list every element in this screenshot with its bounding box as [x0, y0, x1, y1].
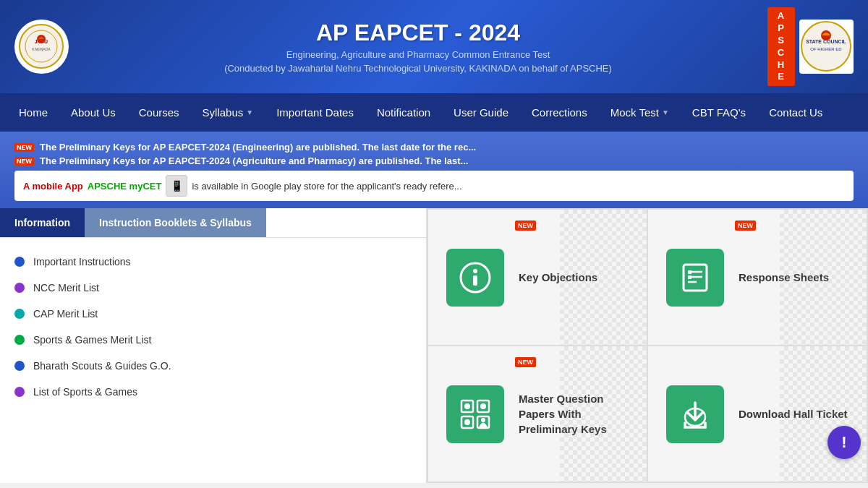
- mobile-app-link[interactable]: APSCHE myCET: [88, 181, 162, 192]
- header-title-block: AP EAPCET - 2024 Engineering, Agricultur…: [69, 20, 767, 74]
- svg-point-25: [481, 418, 485, 422]
- app-icon: 📱: [166, 175, 187, 197]
- bullet-4: [14, 335, 25, 345]
- card-master-question-papers[interactable]: NEW Master Question Papers With Prelimin…: [428, 346, 647, 481]
- list-item-bharath-scouts[interactable]: Bharath Scouts & Guides G.O.: [14, 353, 412, 379]
- svg-point-10: [473, 269, 477, 273]
- left-logos: JNTU KAKINADA: [14, 20, 69, 74]
- mobile-app-suffix: is available in Google play store for th…: [192, 181, 461, 192]
- nav-syllabus[interactable]: Syllabus ▼: [191, 93, 265, 132]
- key-objections-new-badge: NEW: [515, 221, 536, 231]
- master-question-new-badge: NEW: [515, 357, 536, 367]
- bullet-5: [14, 361, 25, 371]
- tab-instruction-booklets[interactable]: Instruction Booklets & Syllabus: [85, 208, 266, 237]
- svg-point-22: [464, 403, 470, 409]
- response-sheets-icon-box: [666, 249, 724, 307]
- right-panel: NEW Key Objections NEW Response Sheets: [427, 208, 868, 483]
- site-header: JNTU KAKINADA AP EAPCET - 2024 Engineeri…: [0, 0, 868, 93]
- bullet-2: [14, 283, 25, 293]
- new-badge-2: NEW: [14, 157, 34, 166]
- list-item-list-of-sports[interactable]: List of Sports & Games: [14, 379, 412, 405]
- mock-test-dropdown-arrow: ▼: [662, 108, 669, 116]
- card-response-sheets[interactable]: NEW Response Sheets: [648, 210, 867, 345]
- nav-important-dates[interactable]: Important Dates: [265, 93, 365, 132]
- help-icon: !: [841, 433, 846, 452]
- key-objections-icon-box: [446, 249, 504, 307]
- tab-information[interactable]: Information: [0, 208, 85, 237]
- university-logo: JNTU KAKINADA: [14, 20, 69, 74]
- list-item-cap-merit[interactable]: CAP Merit List: [14, 301, 412, 327]
- list-item-sports-merit[interactable]: Sports & Games Merit List: [14, 327, 412, 353]
- mobile-app-row: A mobile App APSCHE myCET 📱 is available…: [14, 171, 854, 201]
- nav-cbt-faqs[interactable]: CBT FAQ's: [681, 93, 757, 132]
- main-content: Information Instruction Booklets & Sylla…: [0, 208, 868, 483]
- information-list: Important Instructions NCC Merit List CA…: [0, 238, 426, 416]
- nav-user-guide[interactable]: User Guide: [442, 93, 520, 132]
- info-icon: [458, 260, 493, 295]
- nav-notification[interactable]: Notification: [365, 93, 442, 132]
- card-download-hall-ticket[interactable]: Download Hall Ticket: [648, 346, 867, 481]
- response-sheets-new-badge: NEW: [735, 221, 756, 231]
- announcement-banner: NEW The Preliminary Keys for AP EAPCET-2…: [0, 132, 868, 208]
- bullet-3: [14, 309, 25, 319]
- mobile-app-prefix: A mobile App: [23, 181, 83, 192]
- nav-contact-us[interactable]: Contact Us: [757, 93, 834, 132]
- svg-point-5: [801, 22, 851, 71]
- card-checker-1: [560, 210, 647, 345]
- svg-text:KAKINADA: KAKINADA: [32, 47, 51, 51]
- card-checker-3: [560, 346, 647, 481]
- site-subtitle1: Engineering, Agriculture and Pharmacy Co…: [69, 49, 767, 60]
- svg-rect-17: [688, 275, 692, 279]
- bullet-1: [14, 257, 25, 267]
- banner-notice-2: NEW The Preliminary Keys for AP EAPCET-2…: [14, 155, 854, 166]
- svg-text:OF HIGHER ED: OF HIGHER ED: [810, 47, 842, 51]
- sheet-icon: [678, 260, 712, 295]
- apsche-badge: APSCHE: [767, 7, 795, 86]
- new-badge-1: NEW: [14, 143, 34, 152]
- card-checker-2: [780, 210, 867, 345]
- left-panel: Information Instruction Booklets & Sylla…: [0, 208, 427, 483]
- apsche-logo: STATE COUNCIL OF HIGHER ED: [799, 20, 854, 74]
- banner-notice-1: NEW The Preliminary Keys for AP EAPCET-2…: [14, 142, 854, 153]
- download-icon: [678, 397, 712, 432]
- right-logos: APSCHE STATE COUNCIL OF HIGHER ED: [767, 7, 854, 86]
- syllabus-dropdown-arrow: ▼: [246, 108, 253, 116]
- banner-notice-2-text: The Preliminary Keys for AP EAPCET-2024 …: [40, 155, 468, 166]
- nav-mock-test[interactable]: Mock Test ▼: [599, 93, 681, 132]
- nav-courses[interactable]: Courses: [127, 93, 191, 132]
- svg-point-24: [464, 419, 470, 425]
- svg-point-23: [480, 403, 486, 409]
- floating-help-button[interactable]: !: [827, 426, 861, 459]
- hall-ticket-icon-box: [666, 385, 724, 443]
- banner-notice-1-text: The Preliminary Keys for AP EAPCET-2024 …: [40, 142, 476, 153]
- tab-row: Information Instruction Booklets & Sylla…: [0, 208, 426, 238]
- site-title: AP EAPCET - 2024: [69, 20, 767, 46]
- nav-home[interactable]: Home: [7, 93, 59, 132]
- person-grid-icon: [458, 397, 493, 432]
- site-subtitle2: (Conducted by Jawaharlal Nehru Technolog…: [69, 63, 767, 74]
- card-checker-4: [780, 346, 867, 481]
- main-navbar: Home About Us Courses Syllabus ▼ Importa…: [0, 93, 868, 132]
- nav-corrections[interactable]: Corrections: [520, 93, 599, 132]
- svg-point-0: [20, 25, 63, 68]
- nav-about-us[interactable]: About Us: [59, 93, 127, 132]
- svg-rect-16: [688, 270, 692, 274]
- svg-rect-11: [473, 275, 477, 286]
- bullet-6: [14, 387, 25, 397]
- master-question-icon-box: [446, 385, 504, 443]
- list-item-important-instructions[interactable]: Important Instructions: [14, 249, 412, 275]
- list-item-ncc-merit[interactable]: NCC Merit List: [14, 275, 412, 301]
- card-key-objections[interactable]: NEW Key Objections: [428, 210, 647, 345]
